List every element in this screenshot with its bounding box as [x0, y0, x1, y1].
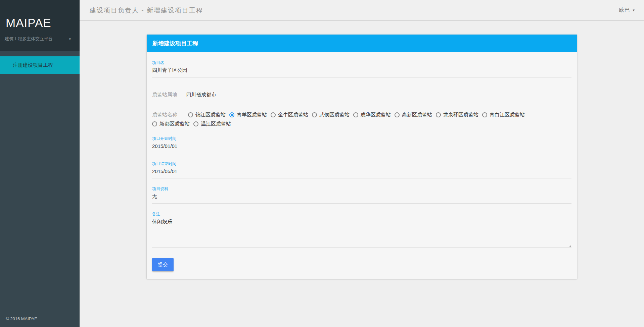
radio-option[interactable]: 温江区质监站 [193, 119, 231, 128]
project-name-label: 项目名 [152, 60, 571, 65]
radio-option-label: 锦江区质监站 [195, 112, 226, 117]
chevron-down-icon: ▾ [69, 37, 71, 41]
radio-option-label: 青白江区质监站 [490, 112, 525, 117]
radio-unselected-icon [482, 112, 487, 117]
remark-label: 备注 [152, 212, 571, 216]
sidebar-brand-section: MAIPAE 建筑工程多主体交互平台 ▾ [0, 0, 80, 51]
project-docs-label: 项目资料 [152, 186, 571, 191]
field-end-date: 项目结束时间 [152, 161, 571, 178]
radio-option-label: 高新区质监站 [402, 112, 432, 117]
radio-unselected-icon [152, 121, 157, 126]
radio-unselected-icon [395, 112, 400, 117]
station-region-label: 质监站属地 [152, 92, 177, 97]
radio-option-label: 温江区质监站 [201, 121, 231, 126]
sidebar-nav: 注册建设项目工程 [0, 51, 80, 74]
field-project-name: 项目名 [152, 60, 571, 77]
radio-unselected-icon [188, 112, 193, 117]
radio-option-label: 龙泉驿区质监站 [443, 112, 478, 117]
radio-selected-icon [229, 112, 234, 117]
station-name-label: 质监站名称 [152, 112, 177, 117]
copyright-text: © 2016 MAIPAE [6, 316, 37, 321]
field-start-date: 项目开始时间 [152, 136, 571, 153]
submit-button[interactable]: 提交 [152, 258, 174, 271]
field-station-region: 质监站属地 四川省成都市 [152, 92, 571, 98]
user-name: 欧巴 [619, 7, 630, 14]
radio-option-label: 武侯区质监站 [319, 112, 350, 117]
radio-option[interactable]: 锦江区质监站 [188, 110, 226, 119]
page-title: 建设项目负责人 - 新增建设项目工程 [90, 6, 203, 15]
radio-option[interactable]: 青羊区质监站 [229, 110, 267, 119]
main-area: 新增建设项目工程 项目名 质监站属地 四川省成都市 质监站名称锦江区质监站青羊区… [80, 35, 644, 327]
radio-option-label: 新都区质监站 [159, 121, 190, 126]
field-remark: 备注 休闲娱乐 [152, 212, 571, 248]
radio-option-label: 青羊区质监站 [237, 112, 267, 117]
end-date-input[interactable] [152, 168, 571, 178]
brand-logo: MAIPAE [6, 17, 80, 29]
radio-option[interactable]: 武侯区质监站 [312, 110, 350, 119]
radio-option[interactable]: 高新区质监站 [395, 110, 432, 119]
radio-unselected-icon [312, 112, 317, 117]
start-date-input[interactable] [152, 143, 571, 153]
field-project-docs: 项目资料 [152, 186, 571, 204]
station-region-value: 四川省成都市 [186, 92, 216, 97]
platform-selector[interactable]: 建筑工程多主体交互平台 ▾ [0, 36, 80, 42]
radio-unselected-icon [436, 112, 441, 117]
platform-selector-label: 建筑工程多主体交互平台 [5, 36, 53, 42]
radio-option-label: 成华区质监站 [361, 112, 391, 117]
radio-unselected-icon [271, 112, 276, 117]
new-project-panel: 新增建设项目工程 项目名 质监站属地 四川省成都市 质监站名称锦江区质监站青羊区… [147, 35, 577, 279]
field-station-name: 质监站名称锦江区质监站青羊区质监站金牛区质监站武侯区质监站成华区质监站高新区质监… [152, 110, 571, 128]
radio-unselected-icon [193, 121, 198, 126]
sidebar: MAIPAE 建筑工程多主体交互平台 ▾ 注册建设项目工程 © 2016 MAI… [0, 0, 80, 327]
chevron-down-icon: ▾ [633, 8, 635, 12]
radio-option-label: 金牛区质监站 [278, 112, 308, 117]
new-project-form: 项目名 质监站属地 四川省成都市 质监站名称锦江区质监站青羊区质监站金牛区质监站… [147, 60, 577, 279]
start-date-label: 项目开始时间 [152, 136, 571, 141]
station-name-options: 锦江区质监站青羊区质监站金牛区质监站武侯区质监站成华区质监站高新区质监站龙泉驿区… [152, 112, 528, 126]
panel-title: 新增建设项目工程 [147, 35, 577, 52]
radio-option[interactable]: 新都区质监站 [152, 119, 190, 128]
remark-textarea[interactable]: 休闲娱乐 [152, 218, 571, 248]
end-date-label: 项目结束时间 [152, 161, 571, 166]
content-column: 建设项目负责人 - 新增建设项目工程 欧巴 ▾ 新增建设项目工程 项目名 质监站… [80, 0, 644, 327]
radio-option[interactable]: 龙泉驿区质监站 [436, 110, 478, 119]
sidebar-item-register-project[interactable]: 注册建设项目工程 [0, 56, 80, 74]
project-name-input[interactable] [152, 67, 571, 77]
radio-option[interactable]: 成华区质监站 [353, 110, 391, 119]
radio-option[interactable]: 金牛区质监站 [271, 110, 308, 119]
radio-option[interactable]: 青白江区质监站 [482, 110, 525, 119]
user-menu[interactable]: 欧巴 ▾ [619, 7, 635, 14]
topbar: 建设项目负责人 - 新增建设项目工程 欧巴 ▾ [80, 0, 644, 21]
project-docs-input[interactable] [152, 193, 571, 204]
app-root: MAIPAE 建筑工程多主体交互平台 ▾ 注册建设项目工程 © 2016 MAI… [0, 0, 644, 327]
radio-unselected-icon [353, 112, 358, 117]
